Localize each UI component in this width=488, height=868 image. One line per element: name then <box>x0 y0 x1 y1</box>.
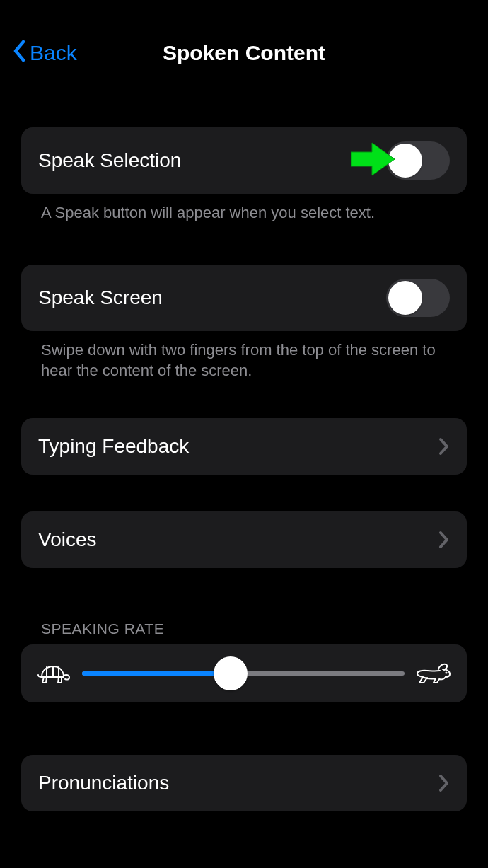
pronunciations-row[interactable]: Pronunciations <box>21 755 467 811</box>
speak-selection-footer: A Speak button will appear when you sele… <box>21 194 467 224</box>
speak-screen-row[interactable]: Speak Screen <box>21 265 467 331</box>
typing-feedback-row[interactable]: Typing Feedback <box>21 418 467 475</box>
pronunciations-group: Pronunciations <box>21 755 467 811</box>
speaking-rate-header: SPEAKING RATE <box>21 620 467 644</box>
slider-thumb-icon <box>214 656 248 690</box>
chevron-right-icon <box>438 774 450 792</box>
speak-screen-group: Speak Screen <box>21 265 467 331</box>
speak-selection-toggle[interactable] <box>386 141 450 180</box>
speak-selection-group: Speak Selection <box>21 127 467 194</box>
slider-fill <box>82 671 231 676</box>
toggle-knob-icon <box>388 144 422 178</box>
chevron-left-icon <box>13 40 30 67</box>
speaking-rate-group <box>21 644 467 702</box>
voices-group: Voices <box>21 511 467 568</box>
toggle-knob-icon <box>388 281 422 315</box>
speak-screen-label: Speak Screen <box>38 287 163 309</box>
speak-selection-label: Speak Selection <box>38 149 181 172</box>
nav-bar: Back Spoken Content <box>0 28 488 78</box>
speaking-rate-slider[interactable] <box>82 659 405 688</box>
back-label: Back <box>30 41 77 65</box>
back-button[interactable]: Back <box>13 40 77 67</box>
speak-screen-toggle[interactable] <box>386 279 450 317</box>
typing-feedback-label: Typing Feedback <box>38 435 189 458</box>
typing-feedback-group: Typing Feedback <box>21 418 467 475</box>
speak-screen-footer: Swipe down with two fingers from the top… <box>21 331 467 381</box>
svg-point-1 <box>446 672 446 673</box>
voices-row[interactable]: Voices <box>21 511 467 568</box>
chevron-right-icon <box>438 437 450 456</box>
pronunciations-label: Pronunciations <box>38 772 169 794</box>
hare-icon <box>416 661 451 685</box>
voices-label: Voices <box>38 528 97 551</box>
chevron-right-icon <box>438 531 450 549</box>
tortoise-icon <box>37 661 71 685</box>
speaking-rate-row <box>21 644 467 702</box>
speak-selection-row[interactable]: Speak Selection <box>21 127 467 194</box>
